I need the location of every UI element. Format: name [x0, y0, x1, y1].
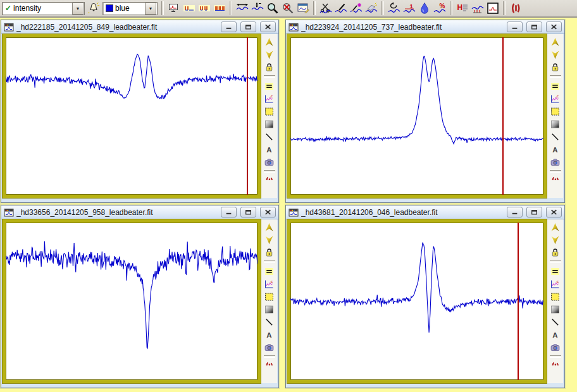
arrow-up-icon[interactable]: [263, 221, 276, 233]
color-combo[interactable]: blue ▼: [102, 2, 158, 15]
arrow-up-icon[interactable]: [549, 221, 562, 233]
speaker-partial-icon[interactable]: [263, 176, 276, 180]
svg-text:c: c: [271, 279, 273, 283]
arrow-down-icon[interactable]: [549, 48, 562, 61]
main-toolbar: ✓ intensity ▼ blue ▼ 1%H: [0, 0, 577, 18]
minimize-button[interactable]: [507, 207, 523, 217]
window-titlebar[interactable]: _hd222185_20141205_849_leadbeater.fit: [1, 20, 278, 34]
cut-profile-icon[interactable]: [318, 1, 333, 16]
dropdown-arrow-icon[interactable]: ▼: [145, 3, 156, 15]
fit-vertical-icon[interactable]: [250, 1, 265, 16]
speaker-partial-icon[interactable]: [263, 361, 276, 365]
chart-c-icon[interactable]: c: [549, 278, 562, 290]
erase-profile-icon[interactable]: [364, 1, 379, 16]
rotate-profile-icon[interactable]: [387, 1, 402, 16]
percent-icon[interactable]: %: [432, 1, 447, 16]
gradient-icon[interactable]: [549, 303, 562, 315]
gradient-icon[interactable]: [549, 118, 562, 130]
window-client: cA: [3, 219, 277, 383]
chart-c-icon[interactable]: c: [263, 278, 276, 290]
draw-profile-icon[interactable]: [333, 1, 349, 16]
equals-icon[interactable]: [549, 265, 562, 278]
spectrum-plot[interactable]: [287, 219, 547, 383]
minimize-button[interactable]: [221, 207, 237, 217]
window-titlebar[interactable]: _hd43681_20141206_046_leadbeater.fit: [286, 205, 564, 219]
restore-button[interactable]: [526, 207, 542, 217]
close-button[interactable]: [546, 207, 562, 217]
display-profile-icon[interactable]: [166, 1, 182, 16]
selection-square-icon[interactable]: [263, 290, 276, 303]
binning-zone-1-icon[interactable]: [182, 1, 197, 16]
spectrum-window: _hd43681_20141206_046_leadbeater.fitcA: [285, 205, 565, 388]
camera-icon[interactable]: [549, 341, 562, 353]
restore-button[interactable]: [526, 21, 542, 32]
close-button[interactable]: [260, 21, 276, 32]
camera-icon[interactable]: [549, 156, 562, 168]
gradient-icon[interactable]: [263, 118, 276, 130]
arrow-down-icon[interactable]: [549, 233, 562, 246]
line-icon[interactable]: [263, 130, 276, 143]
arrow-down-icon[interactable]: [263, 48, 276, 61]
equals-icon[interactable]: [263, 80, 276, 92]
selection-square-icon[interactable]: [549, 290, 562, 303]
close-button[interactable]: [546, 21, 562, 32]
toolbar-separator: [503, 1, 506, 15]
binning-zone-2-icon[interactable]: [197, 1, 212, 16]
arrow-up-icon[interactable]: [263, 35, 276, 48]
text-a-icon[interactable]: A: [549, 328, 562, 341]
lock-icon[interactable]: [549, 61, 562, 73]
window-titlebar[interactable]: _hd223924_20141205_737_leadbeater.fit: [286, 20, 564, 34]
selection-square-icon[interactable]: [263, 105, 276, 118]
equals-icon[interactable]: [549, 80, 562, 92]
speaker-icon[interactable]: [508, 1, 523, 16]
text-a-icon[interactable]: A: [263, 328, 276, 341]
svg-text:A: A: [552, 331, 557, 338]
gradient-icon[interactable]: [263, 303, 276, 315]
restore-button[interactable]: [240, 21, 256, 32]
window-titlebar[interactable]: _hd33656_20141205_958_leadbeater.fit: [1, 205, 278, 219]
lock-icon[interactable]: [549, 246, 562, 259]
camera-icon[interactable]: [263, 341, 276, 353]
chart-c-icon[interactable]: c: [263, 92, 276, 105]
line-icon[interactable]: [549, 130, 562, 143]
spectrum-plot[interactable]: [3, 34, 261, 198]
normalize-one-icon[interactable]: 1: [402, 1, 417, 16]
fit-horizontal-icon[interactable]: [235, 1, 250, 16]
spectrum-plot[interactable]: [287, 34, 547, 198]
profile-file-icon: [4, 208, 14, 217]
edit-points-icon[interactable]: [349, 1, 364, 16]
line-icon[interactable]: [263, 315, 276, 328]
lock-icon[interactable]: [263, 246, 276, 259]
spectrum-plot[interactable]: [3, 219, 261, 383]
application-root: { "toolbar": { "intensity_combo": { "che…: [0, 0, 577, 392]
speaker-partial-icon[interactable]: [549, 176, 562, 180]
text-a-icon[interactable]: A: [263, 143, 276, 156]
camera-icon[interactable]: [263, 156, 276, 168]
bell-icon[interactable]: [86, 1, 101, 16]
dropdown-arrow-icon[interactable]: ▼: [72, 3, 84, 15]
minimize-button[interactable]: [507, 21, 523, 32]
measure-icon[interactable]: [470, 1, 485, 16]
side-toolbar-separator: [550, 170, 561, 173]
line-icon[interactable]: [549, 315, 562, 328]
equals-icon[interactable]: [263, 265, 276, 278]
zoom-icon[interactable]: [265, 1, 280, 16]
minimize-button[interactable]: [221, 21, 237, 32]
selection-square-icon[interactable]: [549, 105, 562, 118]
arrow-up-icon[interactable]: [549, 35, 562, 48]
close-button[interactable]: [260, 207, 276, 217]
unzoom-icon[interactable]: [280, 1, 295, 16]
side-toolbar: cA: [261, 34, 277, 198]
intensity-combo[interactable]: ✓ intensity ▼: [2, 2, 85, 15]
header-icon[interactable]: H: [455, 1, 470, 16]
speaker-partial-icon[interactable]: [549, 361, 562, 365]
arrow-down-icon[interactable]: [263, 233, 276, 246]
lock-icon[interactable]: [263, 61, 276, 73]
window-profile-icon[interactable]: [295, 1, 311, 16]
text-a-icon[interactable]: A: [549, 143, 562, 156]
binning-zone-3-icon[interactable]: [212, 1, 227, 16]
chart-c-icon[interactable]: c: [549, 92, 562, 105]
drop-icon[interactable]: [417, 1, 432, 16]
preview-icon[interactable]: [485, 1, 500, 16]
restore-button[interactable]: [240, 207, 256, 217]
